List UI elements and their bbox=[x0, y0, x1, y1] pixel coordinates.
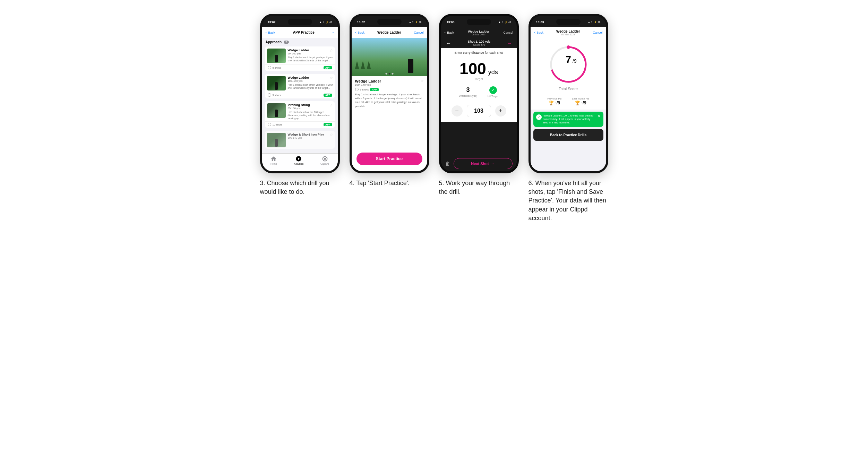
check-icon: ✓ bbox=[536, 114, 542, 120]
phones-row: 13:02 ▲ ᯤ ⚡ 46 < Back APP Practice ≡ App… bbox=[260, 14, 608, 223]
stat-difference: 3 Difference (yds) bbox=[459, 86, 477, 97]
difference-value: 3 bbox=[466, 86, 470, 94]
cancel-button-3[interactable]: Cancel bbox=[503, 31, 513, 34]
card-title-row-3: Pitching String 55-100 yds ☆ bbox=[288, 103, 333, 110]
last-month-pb-val: -/9 bbox=[581, 100, 586, 105]
score-label-4: Total Score bbox=[559, 87, 578, 91]
cancel-button-4[interactable]: Cancel bbox=[593, 31, 602, 34]
screen-3: < Back Wedge Ladder 06 Mar 2023 Cancel ←… bbox=[441, 27, 517, 171]
bookmark-icon-d2[interactable]: ☆ bbox=[421, 79, 424, 83]
app-badge-d2: APP bbox=[370, 88, 378, 91]
target-unit-3: yds bbox=[488, 69, 498, 76]
list-item[interactable]: Wedge & Short Iron Play 100-140 yds ☆ bbox=[265, 131, 335, 149]
nav-center-4: Wedge Ladder 06 Mar 2023 bbox=[556, 29, 580, 36]
tree-1 bbox=[355, 61, 359, 69]
bookmark-icon-1[interactable]: ☆ bbox=[330, 49, 333, 52]
card-title-2: Wedge Ladder bbox=[288, 76, 309, 79]
card-top-1: Wedge Ladder 50–100 yds ☆ Play 1 shot at… bbox=[265, 46, 335, 64]
list-item[interactable]: Wedge Ladder 50–100 yds ☆ Play 1 shot at… bbox=[265, 46, 335, 71]
tab-activities[interactable]: Activities bbox=[294, 156, 304, 165]
nav-bar-4: < Back Wedge Ladder 06 Mar 2023 Cancel bbox=[531, 27, 606, 38]
shots-icon-2 bbox=[268, 93, 271, 97]
card-title-group-4: Wedge & Short Iron Play 100-140 yds bbox=[288, 133, 324, 139]
previous-pb-val: -/9 bbox=[555, 100, 560, 105]
nav-subtitle-4: 06 Mar 2023 bbox=[556, 33, 580, 36]
card-top-2: Wedge Ladder 100–140 yds ☆ Play 1 shot a… bbox=[265, 74, 335, 92]
card-range-3: 55-100 yds bbox=[288, 107, 310, 110]
input-row-3: − 103 + bbox=[441, 101, 517, 122]
previous-pb-label: Previous PB bbox=[547, 97, 561, 100]
drill-list-1: Wedge Ladder 50–100 yds ☆ Play 1 shot at… bbox=[262, 45, 338, 150]
tab-home-label: Home bbox=[270, 163, 277, 165]
golfer-figure-1 bbox=[275, 55, 278, 62]
tab-home[interactable]: Home bbox=[270, 156, 277, 165]
score-circle-area: 7 /9 Total Score bbox=[531, 38, 606, 94]
card-bottom-3: 10 shots APP bbox=[265, 121, 335, 128]
nav-menu-1[interactable]: ≡ bbox=[332, 31, 334, 34]
target-value-3: 100 bbox=[459, 61, 486, 77]
card-info-1: Wedge Ladder 50–100 yds ☆ Play 1 shot at… bbox=[288, 49, 333, 62]
status-time-3: 13:03 bbox=[447, 20, 455, 24]
screen-1: < Back APP Practice ≡ Approach 7 bbox=[262, 27, 338, 171]
nav-bar-2: < Back Wedge Ladder Cancel bbox=[352, 27, 427, 38]
distance-input[interactable]: 103 bbox=[467, 105, 491, 117]
golfer-silhouette bbox=[408, 59, 413, 73]
tree-2 bbox=[361, 61, 365, 69]
trophy-icon-1: 🏆 bbox=[549, 101, 554, 105]
drill-range-2: 100–140 yds bbox=[355, 83, 381, 86]
shot-nav-3: ← Shot 1, 100 yds Score 5/9 → bbox=[441, 38, 517, 48]
dynamic-island-1 bbox=[288, 19, 312, 25]
card-desc-1: Play 1 shot at each target yardage. If y… bbox=[288, 56, 333, 62]
list-item[interactable]: Pitching String 55-100 yds ☆ Hit 1 shot … bbox=[265, 101, 335, 128]
next-shot-button[interactable]: Next Shot → bbox=[454, 158, 513, 169]
golfer-figure-4 bbox=[275, 139, 278, 147]
nav-bar-3: < Back Wedge Ladder 06 Mar 2023 Cancel bbox=[441, 27, 517, 38]
card-range-1: 50–100 yds bbox=[288, 52, 309, 55]
shots-label-2: 9 shots bbox=[360, 88, 369, 91]
svg-text:/9: /9 bbox=[573, 58, 577, 64]
next-shot-arrow[interactable]: → bbox=[507, 41, 512, 46]
capture-icon bbox=[322, 156, 328, 162]
bookmark-icon-3[interactable]: ☆ bbox=[330, 103, 333, 107]
nav-title-4: Wedge Ladder bbox=[556, 29, 580, 33]
toast-close-button[interactable]: ✕ bbox=[598, 114, 601, 119]
image-dots bbox=[385, 73, 393, 75]
shots-icon-3 bbox=[268, 123, 271, 126]
phone-section-1: 13:02 ▲ ᯤ ⚡ 46 < Back APP Practice ≡ App… bbox=[260, 14, 340, 196]
tab-activities-label: Activities bbox=[294, 163, 304, 165]
app-badge-2: APP bbox=[324, 94, 332, 97]
card-title-group-3: Pitching String 55-100 yds bbox=[288, 103, 310, 110]
nav-center-3: Wedge Ladder 06 Mar 2023 bbox=[468, 30, 489, 36]
shots-row-2: 9 shots APP bbox=[355, 88, 424, 91]
tab-capture[interactable]: Capture bbox=[320, 156, 329, 165]
card-range-2: 100–140 yds bbox=[288, 79, 309, 83]
back-button-4[interactable]: < Back bbox=[534, 31, 544, 34]
back-button-2[interactable]: < Back bbox=[355, 31, 365, 34]
caption-2: 4. Tap 'Start Practice'. bbox=[350, 179, 410, 188]
bookmark-icon-4[interactable]: ☆ bbox=[330, 133, 333, 137]
status-time-4: 13:03 bbox=[536, 20, 544, 24]
dynamic-island-3 bbox=[467, 19, 491, 25]
hit-target-circle: ✓ bbox=[489, 86, 497, 94]
tab-capture-label: Capture bbox=[320, 163, 329, 165]
next-arrow-icon: → bbox=[491, 162, 495, 166]
increment-button[interactable]: + bbox=[495, 105, 506, 116]
card-top-4: Wedge & Short Iron Play 100-140 yds ☆ bbox=[265, 131, 335, 149]
nav-bar-1: < Back APP Practice ≡ bbox=[262, 27, 338, 38]
bottom-bar-3: 🗑 Next Shot → bbox=[441, 156, 517, 171]
delete-icon[interactable]: 🗑 bbox=[445, 161, 450, 166]
status-icons-2: ▲ ᯤ ⚡ 46 bbox=[409, 21, 422, 24]
prev-shot-arrow[interactable]: ← bbox=[446, 40, 452, 46]
back-button-1[interactable]: < Back bbox=[266, 31, 275, 34]
caption-4: 6. When you've hit all your shots, tap '… bbox=[528, 179, 608, 223]
dynamic-island-2 bbox=[377, 19, 402, 25]
home-icon bbox=[270, 156, 277, 162]
cancel-button-2[interactable]: Cancel bbox=[414, 31, 423, 34]
back-to-drills-button[interactable]: Back to Practice Drills bbox=[533, 129, 603, 141]
back-button-3[interactable]: < Back bbox=[445, 31, 454, 34]
list-item[interactable]: Wedge Ladder 100–140 yds ☆ Play 1 shot a… bbox=[265, 74, 335, 98]
bookmark-icon-2[interactable]: ☆ bbox=[330, 76, 333, 80]
decrement-button[interactable]: − bbox=[452, 105, 463, 116]
section-header-1: Approach 7 bbox=[262, 38, 338, 45]
start-practice-button[interactable]: Start Practice bbox=[356, 153, 422, 165]
